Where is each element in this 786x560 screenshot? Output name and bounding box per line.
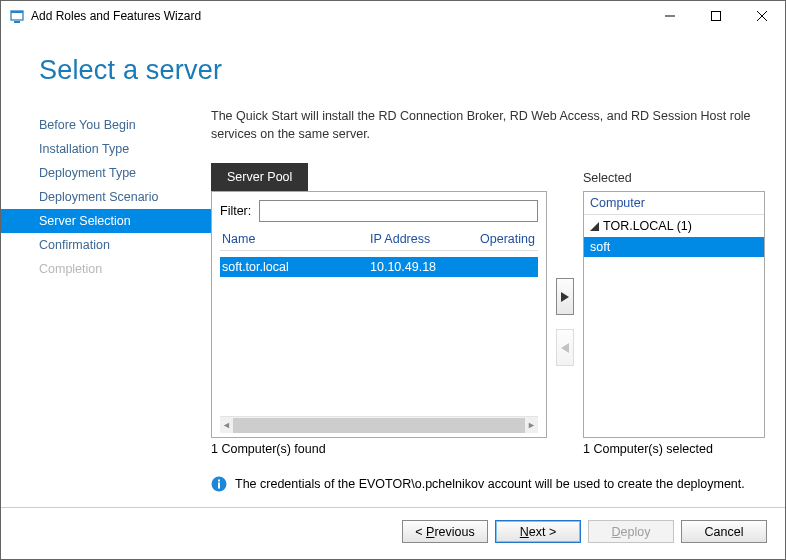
svg-rect-11 <box>218 483 220 489</box>
description-text: The Quick Start will install the RD Conn… <box>211 108 765 143</box>
close-button[interactable] <box>739 1 785 31</box>
tab-strip: Server Pool <box>211 163 547 191</box>
page-title: Select a server <box>39 55 785 86</box>
selected-box: Computer TOR.LOCAL (1) soft <box>583 191 765 438</box>
info-icon <box>211 476 227 492</box>
filter-label: Filter: <box>220 204 251 218</box>
window-title: Add Roles and Features Wizard <box>31 9 201 23</box>
tree-group-label: TOR.LOCAL (1) <box>603 219 692 233</box>
server-row[interactable]: soft.tor.local 10.10.49.18 <box>220 257 538 277</box>
svg-rect-1 <box>14 21 20 23</box>
scroll-left-icon[interactable]: ◄ <box>222 420 231 430</box>
nav-deployment-type[interactable]: Deployment Type <box>1 161 211 185</box>
tree-item[interactable]: soft <box>584 237 764 257</box>
previous-button[interactable]: < Previous <box>402 520 488 543</box>
svg-rect-12 <box>218 480 220 482</box>
svg-rect-4 <box>712 12 721 21</box>
deploy-button: Deploy <box>588 520 674 543</box>
wizard-footer: < Previous Next > Deploy Cancel <box>1 507 785 559</box>
collapse-icon <box>590 222 599 231</box>
col-header-os[interactable]: Operating <box>480 232 536 246</box>
cell-name: soft.tor.local <box>222 260 370 274</box>
col-header-name[interactable]: Name <box>222 232 370 246</box>
scroll-right-icon[interactable]: ► <box>527 420 536 430</box>
chevron-left-icon <box>561 343 569 353</box>
svg-marker-9 <box>590 222 599 231</box>
cell-os <box>480 260 536 274</box>
filter-input[interactable] <box>259 200 538 222</box>
next-button[interactable]: Next > <box>495 520 581 543</box>
minimize-button[interactable] <box>647 1 693 31</box>
found-count: 1 Computer(s) found <box>211 442 547 456</box>
server-pool-box: Filter: Name IP Address Operating soft.t… <box>211 191 547 438</box>
maximize-button[interactable] <box>693 1 739 31</box>
wizard-nav: Before You Begin Installation Type Deplo… <box>1 108 211 507</box>
grid-body: soft.tor.local 10.10.49.18 <box>220 257 538 416</box>
info-text: The credentials of the EVOTOR\o.pchelnik… <box>235 477 745 491</box>
nav-server-selection[interactable]: Server Selection <box>1 209 211 233</box>
remove-server-button <box>556 329 574 366</box>
nav-deployment-scenario[interactable]: Deployment Scenario <box>1 185 211 209</box>
grid-header: Name IP Address Operating <box>220 228 538 251</box>
title-bar: Add Roles and Features Wizard <box>1 1 785 31</box>
chevron-right-icon <box>561 292 569 302</box>
col-header-ip[interactable]: IP Address <box>370 232 480 246</box>
nav-confirmation[interactable]: Confirmation <box>1 233 211 257</box>
svg-rect-2 <box>11 11 23 13</box>
selected-label: Selected <box>583 163 765 185</box>
selected-header[interactable]: Computer <box>584 192 764 215</box>
add-server-button[interactable] <box>556 278 574 315</box>
nav-before-you-begin[interactable]: Before You Begin <box>1 113 211 137</box>
cell-ip: 10.10.49.18 <box>370 260 480 274</box>
app-icon <box>9 8 25 24</box>
tab-server-pool[interactable]: Server Pool <box>211 163 308 191</box>
svg-marker-8 <box>561 343 569 353</box>
svg-marker-7 <box>561 292 569 302</box>
nav-installation-type[interactable]: Installation Type <box>1 137 211 161</box>
nav-completion: Completion <box>1 257 211 281</box>
horizontal-scrollbar[interactable]: ◄ ► <box>220 416 538 433</box>
cancel-button[interactable]: Cancel <box>681 520 767 543</box>
tree-group[interactable]: TOR.LOCAL (1) <box>584 215 764 237</box>
info-row: The credentials of the EVOTOR\o.pchelnik… <box>211 476 765 492</box>
selected-count: 1 Computer(s) selected <box>583 442 765 456</box>
wizard-header: Select a server <box>1 31 785 108</box>
